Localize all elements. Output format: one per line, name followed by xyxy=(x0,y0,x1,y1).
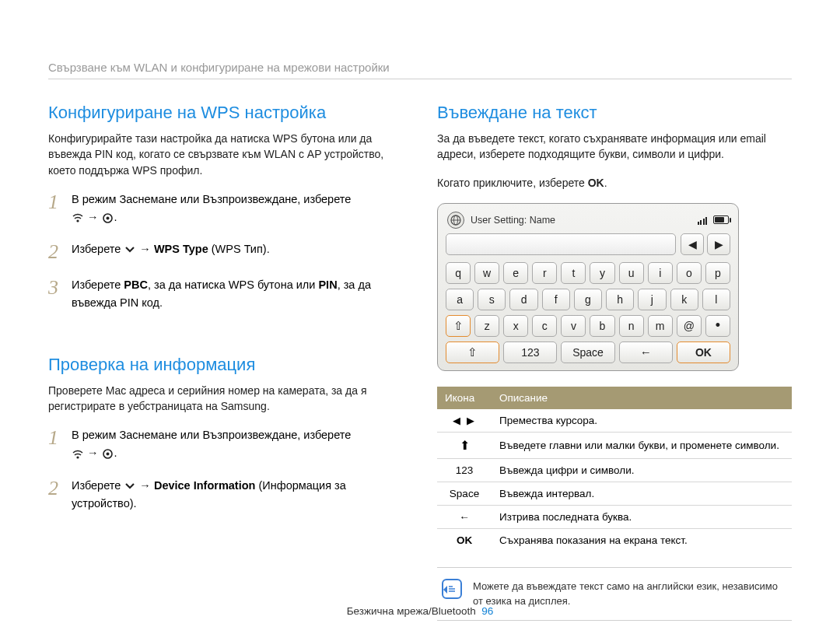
table-row: ⬆ Въведете главни или малки букви, и про… xyxy=(437,432,792,458)
wps-type-label: WPS Type xyxy=(154,243,208,255)
mode-123-key: 123 xyxy=(503,342,557,363)
wps-step2-text-a: Изберете xyxy=(72,243,124,255)
svg-point-5 xyxy=(107,453,110,456)
gear-icon xyxy=(102,448,114,461)
text-entry-intro: За да въведете текст, когато съхранявате… xyxy=(437,131,792,163)
pin-label: PIN xyxy=(318,278,337,291)
letter-key-k: k xyxy=(670,289,698,310)
gear-icon xyxy=(102,212,114,224)
space-desc: Въвежда интервал. xyxy=(492,482,792,505)
keyboard-row-4: 123 Space OK xyxy=(443,339,733,366)
pbc-label: PBC xyxy=(124,278,148,291)
wifi-icon xyxy=(72,212,84,224)
step-number: 3 xyxy=(48,276,64,312)
letter-key-f: f xyxy=(542,289,570,310)
t: Изберете xyxy=(72,479,124,492)
wps-step1-text: В режим Заснемане или Възпроизвеждане, и… xyxy=(72,193,351,205)
header-divider xyxy=(48,79,792,79)
letter-key-j: j xyxy=(638,289,666,310)
page-header: Свързване към WLAN и конфигуриране на мр… xyxy=(48,61,792,74)
mode-123-icon: 123 xyxy=(437,458,492,482)
shift-up-icon xyxy=(453,319,464,333)
left-column: Конфигуриране на WPS настройка Конфигури… xyxy=(48,103,403,621)
letter-key-b: b xyxy=(590,315,614,337)
wps-section-intro: Конфигурирайте тази настройка да натиска… xyxy=(48,131,403,178)
keyboard-figure: User Setting: Name ◀ ▶ qwertyuiop asdfgh… xyxy=(437,203,739,371)
table-row: ← Изтрива последната буква. xyxy=(437,505,792,528)
chevron-down-icon xyxy=(124,480,136,492)
cursor-arrows-icon: ◀ ▶ xyxy=(437,409,492,433)
wps-step3: Изберете PBC, за да натиска WPS бутона и… xyxy=(72,276,403,312)
letter-key-c: c xyxy=(532,315,557,337)
letter-key-@: @ xyxy=(677,315,702,337)
letter-key-y: y xyxy=(590,262,614,284)
letter-key-r: r xyxy=(532,262,557,284)
letter-key-n: n xyxy=(619,315,644,337)
signal-icon xyxy=(698,215,708,225)
ok-key: OK xyxy=(677,342,730,363)
backspace-icon xyxy=(640,345,652,359)
svg-point-3 xyxy=(76,456,79,458)
ok-icon: OK xyxy=(437,528,492,552)
table-row: OK Съхранява показания на екрана текст. xyxy=(437,528,792,552)
letter-key-t: t xyxy=(561,262,586,284)
letter-key-v: v xyxy=(561,315,586,337)
wps-section-title: Конфигуриране на WPS настройка xyxy=(48,103,403,123)
letter-key-e: e xyxy=(503,262,528,284)
letter-key-q: q xyxy=(446,262,471,284)
text-entry-title: Въвеждане на текст xyxy=(437,103,792,123)
note-icon xyxy=(442,579,462,599)
backspace-icon: ← xyxy=(437,505,492,528)
shift-desc: Въведете главни или малки букви, и проме… xyxy=(492,432,792,458)
shift-key xyxy=(446,315,471,337)
letter-key-u: u xyxy=(619,262,644,284)
icon-description-table: Икона Описание ◀ ▶ Премества курсора. ⬆ … xyxy=(437,387,792,552)
space-key: Space xyxy=(561,342,614,363)
info-section-title: Проверка на информация xyxy=(48,355,403,375)
cursor-right-key: ▶ xyxy=(707,233,730,255)
keyboard-status-bar: User Setting: Name xyxy=(443,208,733,233)
device-info-label: Device Information xyxy=(154,479,256,492)
shift-key xyxy=(446,342,499,363)
cursor-left-key: ◀ xyxy=(681,233,704,255)
letter-key-w: w xyxy=(474,262,499,284)
wps-step2-text-d: (WPS Тип). xyxy=(208,243,270,255)
svg-point-2 xyxy=(107,216,110,219)
page-number: 96 xyxy=(481,605,493,617)
info-section-intro: Проверете Mac адреса и серийния номер на… xyxy=(48,383,403,415)
mode-123-desc: Въвежда цифри и символи. xyxy=(492,458,792,482)
cursor-desc: Премества курсора. xyxy=(492,409,792,433)
letter-key-z: z xyxy=(474,315,499,337)
shift-up-icon xyxy=(467,345,478,359)
letter-key-h: h xyxy=(606,289,634,310)
info-step1: В режим Заснемане или Възпроизвеждане, и… xyxy=(72,426,403,462)
svg-point-0 xyxy=(76,220,79,222)
table-row: Space Въвежда интервал. xyxy=(437,482,792,505)
info-step1-text: В режим Заснемане или Възпроизвеждане, и… xyxy=(72,429,351,441)
footer-text: Безжична мрежа/Bluetooth xyxy=(347,605,476,617)
dot-key xyxy=(705,315,730,337)
keyboard-row-3: zxcvbnm@ xyxy=(443,313,733,339)
wps-step1: В режим Заснемане или Възпроизвеждане, и… xyxy=(72,191,403,226)
t: Изберете xyxy=(72,278,124,291)
letter-key-g: g xyxy=(574,289,602,310)
step-number: 1 xyxy=(48,426,64,462)
table-header-icon: Икона xyxy=(437,387,492,409)
ok-inline-label: OK xyxy=(588,177,604,189)
page-footer: Безжична мрежа/Bluetooth 96 xyxy=(0,605,840,617)
ok-desc: Съхранява показания на екрана текст. xyxy=(492,528,792,552)
t: Когато приключите, изберете xyxy=(437,177,588,189)
shift-up-icon: ⬆ xyxy=(437,432,492,458)
keyboard-row-1: qwertyuiop xyxy=(443,260,733,286)
letter-key-d: d xyxy=(509,289,537,310)
keyboard-status-label: User Setting: Name xyxy=(471,215,555,226)
letter-key-p: p xyxy=(705,262,730,284)
table-row: ◀ ▶ Премества курсора. xyxy=(437,409,792,433)
backspace-key xyxy=(619,342,673,363)
backspace-desc: Изтрива последната буква. xyxy=(492,505,792,528)
t: . xyxy=(604,177,607,189)
globe-icon xyxy=(447,212,464,229)
letter-key-o: o xyxy=(677,262,702,284)
letter-key-l: l xyxy=(702,289,730,310)
arrow-text: → xyxy=(136,243,154,255)
